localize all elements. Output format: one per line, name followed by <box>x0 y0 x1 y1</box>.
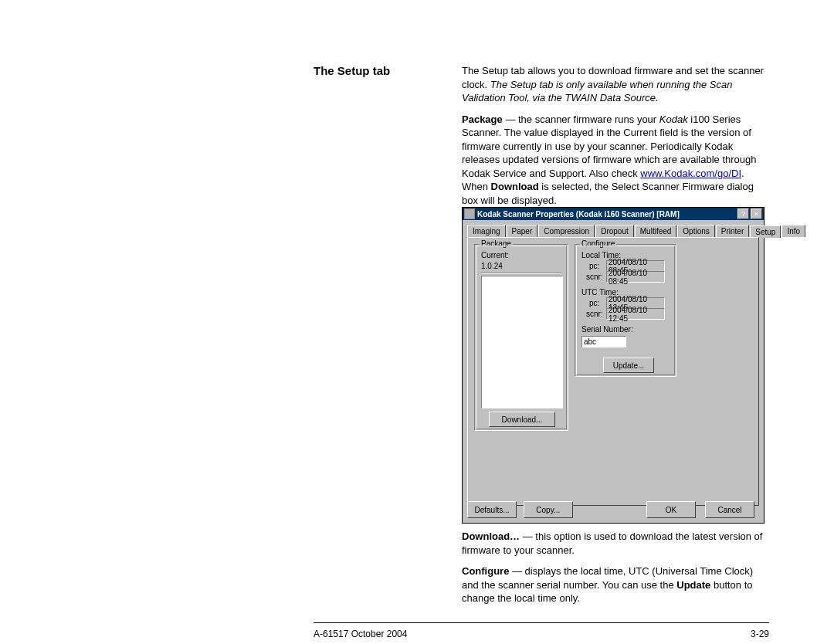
current-value: 1.0.24 <box>481 262 503 270</box>
pc-label-2: pc: <box>589 299 599 307</box>
tab-strip: Imaging Paper Compression Dropout Multif… <box>467 225 759 237</box>
package-legend: Package <box>480 239 513 248</box>
configure-group: Configure Local Time: pc: 2004/08/10 08:… <box>575 244 676 377</box>
cancel-button[interactable]: Cancel <box>705 501 754 518</box>
package-group: Package Current: 1.0.24 Download... <box>474 244 568 431</box>
scnr-utc-time: 2004/08/10 12:45 <box>606 308 665 320</box>
intro-paragraph: The Setup tab allows you to download fir… <box>462 64 766 105</box>
tab-paper[interactable]: Paper <box>507 225 538 237</box>
update-button[interactable]: Update... <box>603 358 654 373</box>
download-term-2: Download… <box>462 530 520 542</box>
tab-options[interactable]: Options <box>677 225 714 237</box>
package-divider <box>481 273 561 274</box>
page-footer: A-61517 October 2004 3-29 <box>314 629 769 639</box>
footer-right: 3-29 <box>751 629 769 639</box>
current-label: Current: <box>481 251 509 259</box>
package-term: Package <box>462 114 503 125</box>
dialog-title: Kodak Scanner Properties (Kodak i160 Sca… <box>477 210 736 219</box>
download-paragraph: Download… — this option is used to downl… <box>462 530 766 557</box>
copy-button[interactable]: Copy... <box>524 501 573 518</box>
tab-compression[interactable]: Compression <box>538 225 595 237</box>
kodak-italic: Kodak <box>659 114 688 125</box>
download-term: Download <box>491 181 539 192</box>
scnr-local-time: 2004/08/10 08:45 <box>606 271 665 283</box>
dialog-titlebar: Kodak Scanner Properties (Kodak i160 Sca… <box>463 208 764 220</box>
help-button[interactable]: ? <box>737 208 749 219</box>
tab-multifeed[interactable]: Multifeed <box>635 225 677 237</box>
scnr-label-1: scnr: <box>586 273 603 281</box>
pc-label-1: pc: <box>589 262 599 270</box>
kodak-link[interactable]: www.Kodak.com/go/DI <box>640 168 741 179</box>
firmware-list[interactable] <box>481 276 563 408</box>
tab-setup[interactable]: Setup <box>750 225 781 238</box>
footer-left: A-61517 October 2004 <box>314 629 407 639</box>
download-button[interactable]: Download... <box>489 412 555 427</box>
package-paragraph: Package — the scanner firmware runs your… <box>462 113 766 208</box>
serial-number-value[interactable]: abc <box>581 336 626 347</box>
close-button[interactable]: × <box>751 208 762 219</box>
setup-tab-panel: Package Current: 1.0.24 Download... Conf… <box>467 237 759 506</box>
tab-printer[interactable]: Printer <box>716 225 749 237</box>
tab-info[interactable]: Info <box>781 225 805 237</box>
update-term: Update <box>676 579 710 591</box>
tab-imaging[interactable]: Imaging <box>467 225 506 237</box>
section-heading: The Setup tab <box>314 64 390 77</box>
app-icon <box>464 208 475 219</box>
configure-legend: Configure <box>580 239 616 248</box>
configure-term: Configure <box>462 565 509 577</box>
serial-number-label: Serial Number: <box>581 325 633 334</box>
package-text-1: — the scanner firmware runs your <box>503 114 659 125</box>
intro-note-italic: The Setup tab is only available when run… <box>462 79 733 104</box>
ok-button[interactable]: OK <box>646 501 696 518</box>
scnr-label-2: scnr: <box>586 310 603 318</box>
dialog-button-bar: Defaults... Copy... OK Cancel <box>467 501 759 518</box>
scanner-properties-dialog: Kodak Scanner Properties (Kodak i160 Sca… <box>462 207 764 524</box>
footer-rule <box>314 622 769 623</box>
defaults-button[interactable]: Defaults... <box>467 501 517 518</box>
configure-paragraph: Configure — displays the local time, UTC… <box>462 564 766 605</box>
tab-dropout[interactable]: Dropout <box>595 225 634 237</box>
